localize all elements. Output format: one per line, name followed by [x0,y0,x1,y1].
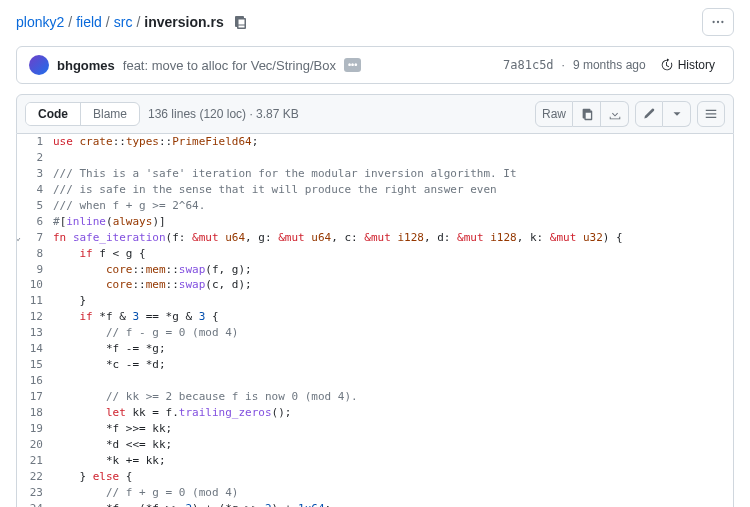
line-content[interactable]: core::mem::swap(f, g); [53,262,733,278]
line-content[interactable]: fn safe_iteration(f: &mut u64, g: &mut u… [53,230,733,246]
raw-button[interactable]: Raw [535,101,573,127]
code-line[interactable]: 17 // kk >= 2 because f is now 0 (mod 4)… [17,389,733,405]
line-content[interactable]: core::mem::swap(c, d); [53,277,733,293]
line-number[interactable]: 20 [17,437,53,453]
line-content[interactable]: #[inline(always)] [53,214,733,230]
code-line[interactable]: 16 [17,373,733,389]
code-line[interactable]: 23 // f + g = 0 (mod 4) [17,485,733,501]
line-number[interactable]: 10 [17,277,53,293]
line-number[interactable]: 22 [17,469,53,485]
line-content[interactable]: *f = (*f >> 2) + (*g >> 2) + 1u64; [53,501,733,507]
edit-button[interactable] [635,101,663,127]
code-line[interactable]: 9 core::mem::swap(f, g); [17,262,733,278]
code-line[interactable]: 18 let kk = f.trailing_zeros(); [17,405,733,421]
commit-badge: ••• [344,58,361,72]
more-actions-button[interactable] [702,8,734,36]
line-number[interactable]: 17 [17,389,53,405]
line-number[interactable]: 23 [17,485,53,501]
breadcrumb-link-src[interactable]: src [114,14,133,30]
line-number[interactable]: 3 [17,166,53,182]
line-content[interactable]: let kk = f.trailing_zeros(); [53,405,733,421]
line-content[interactable]: /// is safe in the sense that it will pr… [53,182,733,198]
commit-message[interactable]: feat: move to alloc for Vec/String/Box [123,58,336,73]
list-icon [704,107,718,121]
line-content[interactable]: } else { [53,469,733,485]
copy-path-icon[interactable] [232,14,248,30]
code-line[interactable]: 7fn safe_iteration(f: &mut u64, g: &mut … [17,230,733,246]
line-number[interactable]: 6 [17,214,53,230]
file-info: 136 lines (120 loc) · 3.87 KB [148,107,299,121]
code-line[interactable]: 4/// is safe in the sense that it will p… [17,182,733,198]
line-content[interactable]: *c -= *d; [53,357,733,373]
code-line[interactable]: 24 *f = (*f >> 2) + (*g >> 2) + 1u64; [17,501,733,507]
line-content[interactable]: // f - g = 0 (mod 4) [53,325,733,341]
line-number[interactable]: 13 [17,325,53,341]
code-line[interactable]: 2 [17,150,733,166]
history-button[interactable]: History [654,57,721,73]
svg-point-1 [717,21,719,23]
code-line[interactable]: 11 } [17,293,733,309]
line-number[interactable]: 5 [17,198,53,214]
line-number[interactable]: 15 [17,357,53,373]
avatar[interactable] [29,55,49,75]
history-label: History [678,58,715,72]
breadcrumb-link-field[interactable]: field [76,14,102,30]
line-number[interactable]: 8 [17,246,53,262]
copy-raw-button[interactable] [573,101,601,127]
line-number[interactable]: 16 [17,373,53,389]
code-line[interactable]: 15 *c -= *d; [17,357,733,373]
breadcrumb-link-repo[interactable]: plonky2 [16,14,64,30]
line-content[interactable]: if *f & 3 == *g & 3 { [53,309,733,325]
commit-sha[interactable]: 7a81c5d [503,58,554,72]
code-line[interactable]: 5/// when f + g >= 2^64. [17,198,733,214]
line-number[interactable]: 18 [17,405,53,421]
line-number[interactable]: 4 [17,182,53,198]
line-content[interactable]: *f -= *g; [53,341,733,357]
edit-dropdown-button[interactable] [663,101,691,127]
code-line[interactable]: 19 *f >>= kk; [17,421,733,437]
line-number[interactable]: 7 [17,230,53,246]
line-content[interactable]: } [53,293,733,309]
symbols-button[interactable] [697,101,725,127]
line-content[interactable]: use crate::types::PrimeField64; [53,134,733,150]
line-content[interactable]: /// This is a 'safe' iteration for the m… [53,166,733,182]
code-line[interactable]: 14 *f -= *g; [17,341,733,357]
line-content[interactable]: *k += kk; [53,453,733,469]
view-toggle: Code Blame [25,102,140,126]
line-content[interactable]: *f >>= kk; [53,421,733,437]
download-raw-button[interactable] [601,101,629,127]
line-number[interactable]: 14 [17,341,53,357]
line-content[interactable]: /// when f + g >= 2^64. [53,198,733,214]
tab-blame[interactable]: Blame [80,103,139,125]
line-content[interactable]: *d <<= kk; [53,437,733,453]
code-line[interactable]: 22 } else { [17,469,733,485]
code-line[interactable]: 8 if f < g { [17,246,733,262]
line-number[interactable]: 1 [17,134,53,150]
copy-icon [580,107,594,121]
line-number[interactable]: 9 [17,262,53,278]
code-line[interactable]: 12 if *f & 3 == *g & 3 { [17,309,733,325]
line-number[interactable]: 19 [17,421,53,437]
code-line[interactable]: 6#[inline(always)] [17,214,733,230]
line-number[interactable]: 24 [17,501,53,507]
tab-code[interactable]: Code [26,103,80,125]
code-line[interactable]: 10 core::mem::swap(c, d); [17,277,733,293]
commit-age: 9 months ago [573,58,646,72]
line-number[interactable]: 11 [17,293,53,309]
code-line[interactable]: 20 *d <<= kk; [17,437,733,453]
line-number[interactable]: 12 [17,309,53,325]
code-line[interactable]: 21 *k += kk; [17,453,733,469]
line-number[interactable]: 2 [17,150,53,166]
line-content[interactable]: if f < g { [53,246,733,262]
commit-author[interactable]: bhgomes [57,58,115,73]
line-content[interactable] [53,373,733,389]
line-content[interactable]: // kk >= 2 because f is now 0 (mod 4). [53,389,733,405]
code-line[interactable]: 13 // f - g = 0 (mod 4) [17,325,733,341]
breadcrumb: plonky2 / field / src / inversion.rs [16,8,734,36]
line-number[interactable]: 21 [17,453,53,469]
code-line[interactable]: 3/// This is a 'safe' iteration for the … [17,166,733,182]
pencil-icon [642,107,656,121]
line-content[interactable]: // f + g = 0 (mod 4) [53,485,733,501]
code-line[interactable]: 1use crate::types::PrimeField64; [17,134,733,150]
line-content[interactable] [53,150,733,166]
